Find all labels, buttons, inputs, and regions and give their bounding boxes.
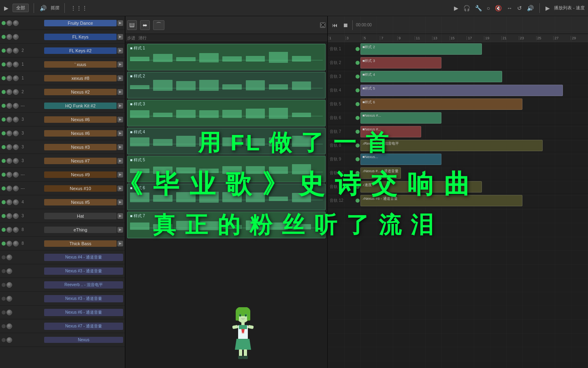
track-knob-pan[interactable]	[13, 103, 19, 109]
track-expand-btn[interactable]: ▶	[117, 34, 123, 40]
track-expand-btn[interactable]: ▶	[117, 103, 123, 109]
track-expand-btn[interactable]: ▶	[117, 213, 123, 219]
pattern-block[interactable]: ■ 样式 4	[127, 128, 326, 154]
track-name-label[interactable]: Nexus #9	[44, 171, 117, 178]
track-knob-pan[interactable]	[13, 34, 19, 40]
track-knob-pan[interactable]	[13, 20, 19, 26]
vol-icon[interactable]: 🔊	[526, 4, 535, 12]
track-item[interactable]: Nexus #3 - 通道音量	[0, 264, 125, 278]
pattern-block[interactable]: ■ 样式 2	[127, 72, 326, 98]
track-knob-pan[interactable]	[13, 131, 19, 136]
track-name-label[interactable]: eThing	[44, 227, 117, 233]
track-knob-vol[interactable]	[6, 282, 12, 288]
track-item[interactable]: 1 xexus #8 ▶	[0, 71, 125, 85]
track-item[interactable]: --- Nexus #9 ▶	[0, 168, 125, 182]
track-name-label[interactable]: xexus #8	[44, 75, 117, 81]
track-item[interactable]: --- HQ Funk Kit #2 ▶	[0, 99, 125, 113]
headphone-icon[interactable]: 🎧	[462, 4, 471, 12]
wrench-icon[interactable]: 🔧	[474, 4, 483, 12]
track-expand-btn[interactable]: ▶	[117, 158, 123, 164]
track-item[interactable]: Fruity Dance ▶	[0, 16, 125, 30]
track-knob-vol[interactable]	[6, 20, 12, 26]
track-name-label[interactable]: Hat	[44, 213, 117, 219]
arrow-icon[interactable]: ↔	[506, 4, 513, 12]
track-expand-btn[interactable]: ▶	[117, 20, 123, 26]
track-item[interactable]: 3 Nexus #7 ▶	[0, 154, 125, 168]
loop-icon[interactable]: ↺	[516, 4, 523, 12]
song-block[interactable]: ■样式 2	[360, 43, 482, 55]
track-knob-pan[interactable]	[13, 62, 19, 67]
track-expand-btn[interactable]: ▶	[117, 89, 123, 95]
volume-icon[interactable]: 🔊	[39, 4, 47, 12]
track-item[interactable]: 3 Nexus #6 ▶	[0, 126, 125, 140]
track-name-label[interactable]: Nexus #3	[44, 144, 117, 150]
track-name-label[interactable]: Nexus #2	[44, 89, 117, 95]
track-name-label[interactable]: HQ Funk Kit #2	[44, 103, 117, 109]
song-block[interactable]: ♪Reeverb 2 - 混音电平	[360, 140, 543, 151]
track-name-label[interactable]: Nexus #5	[44, 199, 117, 205]
play-all-btn[interactable]: 全部	[13, 4, 29, 12]
pattern-nav-right[interactable]: ⬌	[140, 20, 150, 30]
pattern-nav-left[interactable]: Ш	[127, 20, 137, 30]
song-block[interactable]: ■Nexus #...	[360, 126, 421, 137]
track-knob-vol[interactable]	[6, 268, 12, 274]
track-item[interactable]: 8 Thick Bass ▶	[0, 237, 125, 250]
track-item[interactable]: 3 Nexus #6 ▶	[0, 113, 125, 126]
track-item[interactable]: 3 Nexus #3 ▶	[0, 140, 125, 154]
song-block[interactable]: ■样式 5	[360, 85, 563, 96]
track-knob-vol[interactable]	[6, 75, 12, 81]
track-name-label[interactable]: Nexus #6 - 通道音量	[44, 309, 123, 316]
mute-icon[interactable]: 🔇	[494, 4, 503, 12]
pattern-curve[interactable]: ⌒	[153, 20, 164, 30]
track-name-label[interactable]: Nexus #10	[44, 185, 117, 192]
track-knob-vol[interactable]	[6, 117, 12, 122]
track-knob-vol[interactable]	[6, 296, 12, 302]
track-item[interactable]: Reeverb .. - 混音电平	[0, 278, 125, 292]
track-item[interactable]: Nexus #4 - 通道音量	[0, 250, 125, 264]
pattern-block[interactable]: ■ 样式 5	[127, 156, 326, 182]
track-expand-btn[interactable]: ▶	[117, 241, 123, 246]
track-expand-btn[interactable]: ▶	[117, 131, 123, 136]
pattern-block[interactable]: ■ 样式 6	[127, 184, 326, 210]
track-name-label[interactable]: Nexus #7 - 通道音量	[44, 323, 123, 330]
track-name-label[interactable]: Thick Bass	[44, 240, 117, 247]
track-expand-btn[interactable]: ▶	[117, 144, 123, 150]
track-knob-pan[interactable]	[13, 117, 19, 122]
track-item[interactable]: Nexus #7 - 通道音量	[0, 319, 125, 333]
track-item[interactable]: 2 Nexus #2 ▶	[0, 85, 125, 99]
track-knob-vol[interactable]	[6, 255, 12, 260]
track-knob-pan[interactable]	[13, 227, 19, 233]
track-expand-btn[interactable]: ▶	[117, 117, 123, 122]
grid-icon[interactable]: ⋮⋮⋮	[70, 4, 88, 12]
track-name-label[interactable]: Nexus #3 - 通道音量	[44, 267, 123, 275]
track-expand-btn[interactable]: ▶	[117, 62, 123, 67]
song-rewind-icon[interactable]: ⏮	[331, 21, 339, 29]
track-knob-pan[interactable]	[13, 48, 19, 53]
track-knob-pan[interactable]	[13, 186, 19, 191]
track-knob-vol[interactable]	[6, 337, 12, 343]
song-block[interactable]: ■样式 4	[360, 71, 502, 82]
track-knob-vol[interactable]	[6, 62, 12, 67]
track-knob-vol[interactable]	[6, 323, 12, 329]
track-item[interactable]: 3 Hat ▶	[0, 209, 125, 223]
pattern-close-btn[interactable]: ✕	[320, 22, 326, 28]
track-knob-pan[interactable]	[13, 158, 19, 164]
track-knob-vol[interactable]	[6, 144, 12, 150]
track-knob-vol[interactable]	[6, 186, 12, 191]
track-knob-pan[interactable]	[13, 89, 19, 95]
pattern-block[interactable]: ■ 样式 7	[127, 212, 326, 238]
track-expand-btn[interactable]: ▶	[117, 48, 123, 53]
song-block[interactable]: ♪Nexus #... - 通道音量	[360, 167, 401, 179]
track-knob-vol[interactable]	[6, 199, 12, 205]
track-knob-pan[interactable]	[13, 75, 19, 81]
track-name-label[interactable]: Fruity Dance	[44, 20, 117, 26]
song-stop-icon[interactable]: ⏹	[342, 21, 349, 29]
cut-icon[interactable]: ○	[486, 4, 491, 12]
track-name-label[interactable]: ' xuus	[44, 61, 117, 68]
track-knob-vol[interactable]	[6, 48, 12, 53]
track-name-label[interactable]: Nexus #4 - 通道音量	[44, 254, 123, 261]
track-knob-pan[interactable]	[13, 172, 19, 178]
play-icon[interactable]: ▶	[3, 4, 9, 12]
song-block[interactable]: ■Nexus...	[360, 154, 441, 165]
track-knob-vol[interactable]	[6, 241, 12, 246]
